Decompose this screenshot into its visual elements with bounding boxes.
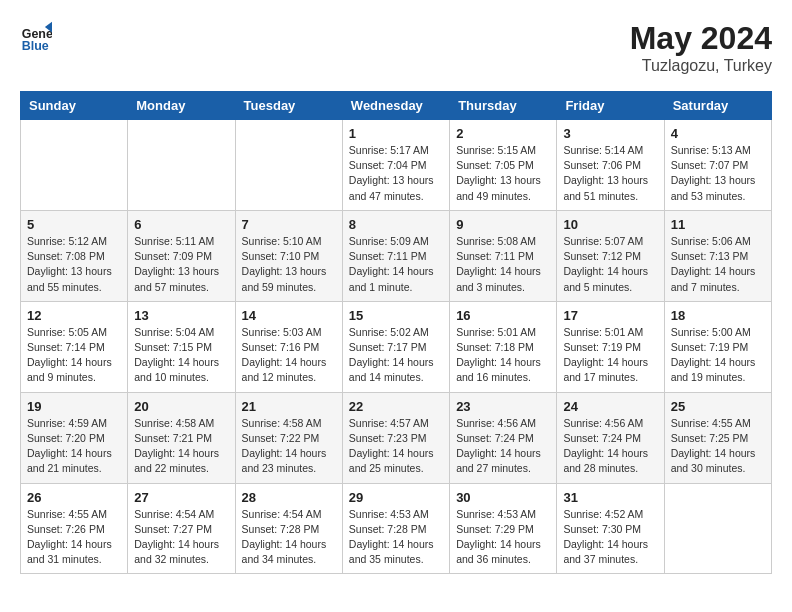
- calendar-week-row: 12Sunrise: 5:05 AMSunset: 7:14 PMDayligh…: [21, 301, 772, 392]
- day-number: 8: [349, 217, 443, 232]
- day-number: 16: [456, 308, 550, 323]
- calendar-cell: [21, 120, 128, 211]
- day-number: 13: [134, 308, 228, 323]
- weekday-header-row: SundayMondayTuesdayWednesdayThursdayFrid…: [21, 92, 772, 120]
- day-number: 1: [349, 126, 443, 141]
- calendar-cell: 14Sunrise: 5:03 AMSunset: 7:16 PMDayligh…: [235, 301, 342, 392]
- day-number: 6: [134, 217, 228, 232]
- calendar-cell: 26Sunrise: 4:55 AMSunset: 7:26 PMDayligh…: [21, 483, 128, 574]
- location: Tuzlagozu, Turkey: [630, 57, 772, 75]
- day-info: Sunrise: 5:14 AMSunset: 7:06 PMDaylight:…: [563, 143, 657, 204]
- day-number: 27: [134, 490, 228, 505]
- day-number: 19: [27, 399, 121, 414]
- day-info: Sunrise: 5:01 AMSunset: 7:18 PMDaylight:…: [456, 325, 550, 386]
- day-number: 23: [456, 399, 550, 414]
- page-header: General Blue May 2024 Tuzlagozu, Turkey: [20, 20, 772, 75]
- calendar-cell: 3Sunrise: 5:14 AMSunset: 7:06 PMDaylight…: [557, 120, 664, 211]
- day-info: Sunrise: 5:13 AMSunset: 7:07 PMDaylight:…: [671, 143, 765, 204]
- day-info: Sunrise: 5:07 AMSunset: 7:12 PMDaylight:…: [563, 234, 657, 295]
- day-number: 14: [242, 308, 336, 323]
- day-info: Sunrise: 5:15 AMSunset: 7:05 PMDaylight:…: [456, 143, 550, 204]
- calendar-cell: 21Sunrise: 4:58 AMSunset: 7:22 PMDayligh…: [235, 392, 342, 483]
- svg-text:Blue: Blue: [22, 39, 49, 52]
- day-number: 28: [242, 490, 336, 505]
- calendar-cell: 13Sunrise: 5:04 AMSunset: 7:15 PMDayligh…: [128, 301, 235, 392]
- day-number: 24: [563, 399, 657, 414]
- day-number: 29: [349, 490, 443, 505]
- logo-icon: General Blue: [20, 20, 52, 52]
- calendar-cell: 5Sunrise: 5:12 AMSunset: 7:08 PMDaylight…: [21, 210, 128, 301]
- day-info: Sunrise: 4:52 AMSunset: 7:30 PMDaylight:…: [563, 507, 657, 568]
- day-number: 7: [242, 217, 336, 232]
- calendar-cell: 7Sunrise: 5:10 AMSunset: 7:10 PMDaylight…: [235, 210, 342, 301]
- day-number: 31: [563, 490, 657, 505]
- day-number: 15: [349, 308, 443, 323]
- calendar-cell: 27Sunrise: 4:54 AMSunset: 7:27 PMDayligh…: [128, 483, 235, 574]
- day-number: 25: [671, 399, 765, 414]
- day-number: 30: [456, 490, 550, 505]
- day-info: Sunrise: 4:55 AMSunset: 7:26 PMDaylight:…: [27, 507, 121, 568]
- day-number: 4: [671, 126, 765, 141]
- calendar-table: SundayMondayTuesdayWednesdayThursdayFrid…: [20, 91, 772, 574]
- day-info: Sunrise: 5:09 AMSunset: 7:11 PMDaylight:…: [349, 234, 443, 295]
- day-number: 2: [456, 126, 550, 141]
- calendar-cell: 20Sunrise: 4:58 AMSunset: 7:21 PMDayligh…: [128, 392, 235, 483]
- calendar-week-row: 26Sunrise: 4:55 AMSunset: 7:26 PMDayligh…: [21, 483, 772, 574]
- day-info: Sunrise: 5:02 AMSunset: 7:17 PMDaylight:…: [349, 325, 443, 386]
- weekday-header: Sunday: [21, 92, 128, 120]
- calendar-cell: 31Sunrise: 4:52 AMSunset: 7:30 PMDayligh…: [557, 483, 664, 574]
- day-info: Sunrise: 5:06 AMSunset: 7:13 PMDaylight:…: [671, 234, 765, 295]
- calendar-week-row: 19Sunrise: 4:59 AMSunset: 7:20 PMDayligh…: [21, 392, 772, 483]
- calendar-cell: 23Sunrise: 4:56 AMSunset: 7:24 PMDayligh…: [450, 392, 557, 483]
- weekday-header: Monday: [128, 92, 235, 120]
- day-info: Sunrise: 5:04 AMSunset: 7:15 PMDaylight:…: [134, 325, 228, 386]
- calendar-cell: 9Sunrise: 5:08 AMSunset: 7:11 PMDaylight…: [450, 210, 557, 301]
- calendar-cell: 29Sunrise: 4:53 AMSunset: 7:28 PMDayligh…: [342, 483, 449, 574]
- calendar-cell: 11Sunrise: 5:06 AMSunset: 7:13 PMDayligh…: [664, 210, 771, 301]
- day-info: Sunrise: 5:11 AMSunset: 7:09 PMDaylight:…: [134, 234, 228, 295]
- calendar-cell: 6Sunrise: 5:11 AMSunset: 7:09 PMDaylight…: [128, 210, 235, 301]
- day-info: Sunrise: 4:54 AMSunset: 7:27 PMDaylight:…: [134, 507, 228, 568]
- weekday-header: Tuesday: [235, 92, 342, 120]
- weekday-header: Friday: [557, 92, 664, 120]
- calendar-cell: [128, 120, 235, 211]
- day-number: 20: [134, 399, 228, 414]
- day-info: Sunrise: 4:56 AMSunset: 7:24 PMDaylight:…: [563, 416, 657, 477]
- day-number: 18: [671, 308, 765, 323]
- calendar-week-row: 1Sunrise: 5:17 AMSunset: 7:04 PMDaylight…: [21, 120, 772, 211]
- day-number: 26: [27, 490, 121, 505]
- day-number: 11: [671, 217, 765, 232]
- day-info: Sunrise: 5:00 AMSunset: 7:19 PMDaylight:…: [671, 325, 765, 386]
- day-number: 12: [27, 308, 121, 323]
- logo: General Blue: [20, 20, 56, 52]
- calendar-cell: 16Sunrise: 5:01 AMSunset: 7:18 PMDayligh…: [450, 301, 557, 392]
- day-info: Sunrise: 4:54 AMSunset: 7:28 PMDaylight:…: [242, 507, 336, 568]
- calendar-cell: 24Sunrise: 4:56 AMSunset: 7:24 PMDayligh…: [557, 392, 664, 483]
- calendar-cell: 30Sunrise: 4:53 AMSunset: 7:29 PMDayligh…: [450, 483, 557, 574]
- calendar-cell: 10Sunrise: 5:07 AMSunset: 7:12 PMDayligh…: [557, 210, 664, 301]
- day-info: Sunrise: 5:03 AMSunset: 7:16 PMDaylight:…: [242, 325, 336, 386]
- calendar-week-row: 5Sunrise: 5:12 AMSunset: 7:08 PMDaylight…: [21, 210, 772, 301]
- month-title: May 2024: [630, 20, 772, 57]
- calendar-cell: 18Sunrise: 5:00 AMSunset: 7:19 PMDayligh…: [664, 301, 771, 392]
- day-info: Sunrise: 5:12 AMSunset: 7:08 PMDaylight:…: [27, 234, 121, 295]
- day-info: Sunrise: 4:53 AMSunset: 7:29 PMDaylight:…: [456, 507, 550, 568]
- calendar-cell: 1Sunrise: 5:17 AMSunset: 7:04 PMDaylight…: [342, 120, 449, 211]
- calendar-cell: 12Sunrise: 5:05 AMSunset: 7:14 PMDayligh…: [21, 301, 128, 392]
- day-info: Sunrise: 5:10 AMSunset: 7:10 PMDaylight:…: [242, 234, 336, 295]
- calendar-cell: 19Sunrise: 4:59 AMSunset: 7:20 PMDayligh…: [21, 392, 128, 483]
- day-info: Sunrise: 5:05 AMSunset: 7:14 PMDaylight:…: [27, 325, 121, 386]
- weekday-header: Wednesday: [342, 92, 449, 120]
- calendar-cell: 4Sunrise: 5:13 AMSunset: 7:07 PMDaylight…: [664, 120, 771, 211]
- calendar-cell: 25Sunrise: 4:55 AMSunset: 7:25 PMDayligh…: [664, 392, 771, 483]
- day-info: Sunrise: 4:53 AMSunset: 7:28 PMDaylight:…: [349, 507, 443, 568]
- day-info: Sunrise: 4:58 AMSunset: 7:22 PMDaylight:…: [242, 416, 336, 477]
- day-number: 21: [242, 399, 336, 414]
- day-info: Sunrise: 4:59 AMSunset: 7:20 PMDaylight:…: [27, 416, 121, 477]
- day-number: 9: [456, 217, 550, 232]
- calendar-cell: 15Sunrise: 5:02 AMSunset: 7:17 PMDayligh…: [342, 301, 449, 392]
- day-number: 3: [563, 126, 657, 141]
- weekday-header: Thursday: [450, 92, 557, 120]
- day-info: Sunrise: 5:17 AMSunset: 7:04 PMDaylight:…: [349, 143, 443, 204]
- day-info: Sunrise: 4:55 AMSunset: 7:25 PMDaylight:…: [671, 416, 765, 477]
